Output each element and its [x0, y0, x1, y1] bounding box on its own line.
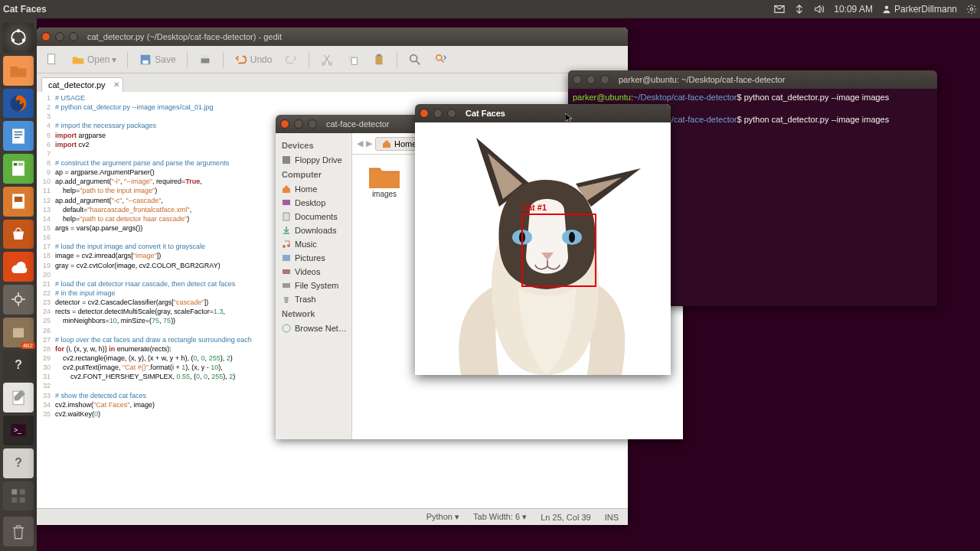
sidebar-item-desktop[interactable]: Desktop [276, 196, 351, 210]
text-editor-icon[interactable] [3, 383, 34, 412]
undo-button[interactable]: Undo [230, 51, 276, 69]
sidebar-item-pictures[interactable]: Pictures [276, 251, 351, 265]
svg-rect-31 [202, 54, 207, 58]
cut-button[interactable] [316, 51, 338, 69]
svg-rect-46 [283, 269, 290, 274]
minimize-icon[interactable] [294, 119, 303, 129]
svg-point-44 [287, 244, 290, 247]
print-button[interactable] [194, 51, 216, 69]
svg-point-1 [970, 8, 973, 11]
terminal-titlebar[interactable]: parker@ubuntu: ~/Desktop/cat-face-detect… [568, 70, 937, 89]
close-tab-icon[interactable]: ✕ [113, 80, 119, 89]
svg-point-48 [283, 324, 290, 332]
terminal-icon[interactable]: >_ [3, 416, 34, 445]
mail-icon[interactable] [774, 4, 785, 15]
maximize-icon[interactable] [447, 109, 456, 118]
firefox-icon[interactable] [3, 89, 34, 119]
save-button[interactable]: Save [135, 51, 179, 69]
ubuntu-one-icon[interactable] [3, 252, 34, 282]
network-icon[interactable] [794, 4, 805, 15]
gedit-toolbar: Open▾ Save Undo [37, 46, 628, 73]
dash-icon[interactable] [3, 23, 34, 53]
help-icon[interactable]: ? [3, 350, 34, 380]
svg-rect-12 [14, 163, 17, 166]
mouse-cursor [565, 113, 573, 124]
svg-rect-36 [376, 55, 383, 64]
minimize-icon[interactable] [586, 75, 596, 84]
detection-label: Cat #1 [521, 203, 547, 212]
unity-launcher: 462 ? >_ ? [0, 18, 37, 551]
svg-rect-40 [283, 156, 290, 164]
svg-rect-17 [13, 328, 24, 337]
svg-point-39 [436, 54, 442, 60]
settings-icon[interactable] [3, 285, 34, 315]
impress-icon[interactable] [3, 187, 34, 217]
svg-rect-35 [352, 57, 358, 64]
clock[interactable]: 10:09 AM [834, 4, 873, 15]
sidebar-item-home[interactable]: Home [276, 182, 351, 196]
update-manager-icon[interactable]: 462 [3, 318, 34, 347]
workspace-switcher-icon[interactable] [3, 481, 34, 511]
svg-rect-7 [12, 129, 24, 143]
open-button[interactable]: Open▾ [67, 51, 120, 69]
svg-rect-15 [15, 197, 23, 202]
gedit-titlebar[interactable]: cat_detector.py (~/Desktop/cat-face-dete… [37, 28, 628, 46]
folder-images[interactable]: images [360, 162, 409, 198]
maximize-icon[interactable] [69, 32, 78, 41]
user-menu[interactable]: ParkerDillmann [882, 4, 957, 15]
svg-point-5 [11, 39, 15, 42]
cat-image: Cat #1 [415, 122, 671, 375]
maximize-icon[interactable] [600, 75, 609, 84]
close-icon[interactable] [573, 75, 582, 84]
calc-icon[interactable] [3, 154, 34, 184]
svg-rect-42 [283, 213, 289, 220]
close-icon[interactable] [420, 109, 429, 118]
svg-rect-25 [11, 497, 17, 503]
software-center-icon[interactable] [3, 220, 34, 249]
status-lang[interactable]: Python ▾ [426, 512, 459, 522]
sidebar-item-documents[interactable]: Documents [276, 210, 351, 223]
status-tabwidth[interactable]: Tab Width: 6 ▾ [473, 512, 527, 522]
paste-button[interactable] [368, 51, 390, 69]
new-file-button[interactable] [41, 51, 63, 69]
minimize-icon[interactable] [433, 109, 443, 118]
sidebar-item-music[interactable]: Music [276, 237, 351, 251]
writer-icon[interactable] [3, 121, 34, 151]
minimize-icon[interactable] [55, 32, 64, 41]
copy-button[interactable] [342, 51, 364, 69]
svg-rect-47 [283, 283, 290, 288]
svg-point-43 [283, 245, 286, 248]
forward-button[interactable]: ▶ [366, 139, 372, 148]
svg-rect-26 [20, 497, 25, 503]
svg-rect-37 [377, 54, 381, 56]
unknown-app-icon[interactable]: ? [3, 448, 34, 478]
maximize-icon[interactable] [308, 119, 317, 129]
sidebar-item-downloads[interactable]: Downloads [276, 223, 351, 237]
catwin-titlebar[interactable]: Cat Faces [415, 104, 671, 122]
svg-point-0 [885, 6, 889, 10]
close-icon[interactable] [280, 119, 289, 129]
gedit-tab[interactable]: cat_detector.py✕ [41, 77, 123, 92]
svg-rect-13 [18, 163, 23, 166]
cat-faces-window: Cat Faces [415, 104, 671, 375]
active-app-title: Cat Faces [3, 4, 47, 15]
sidebar-item-videos[interactable]: Videos [276, 265, 351, 279]
svg-rect-24 [20, 489, 25, 494]
svg-rect-10 [15, 137, 20, 138]
nautilus-title: cat-face-detector [326, 119, 390, 129]
sidebar-item-trash[interactable]: Trash [276, 292, 351, 306]
trash-icon[interactable] [3, 517, 34, 546]
close-icon[interactable] [41, 32, 51, 41]
sidebar-item-filesystem[interactable]: File System [276, 279, 351, 292]
redo-button[interactable] [280, 51, 302, 69]
replace-button[interactable] [430, 51, 452, 69]
sidebar-item-floppy[interactable]: Floppy Drive [276, 153, 351, 167]
back-button[interactable]: ◀ [357, 139, 363, 148]
gear-icon[interactable] [966, 4, 977, 15]
search-button[interactable] [404, 51, 426, 69]
volume-icon[interactable] [814, 4, 825, 15]
sidebar-heading-devices: Devices [276, 138, 351, 153]
svg-rect-41 [283, 200, 290, 205]
nautilus-icon[interactable] [3, 56, 34, 86]
sidebar-item-browse-network[interactable]: Browse Net… [276, 321, 351, 335]
